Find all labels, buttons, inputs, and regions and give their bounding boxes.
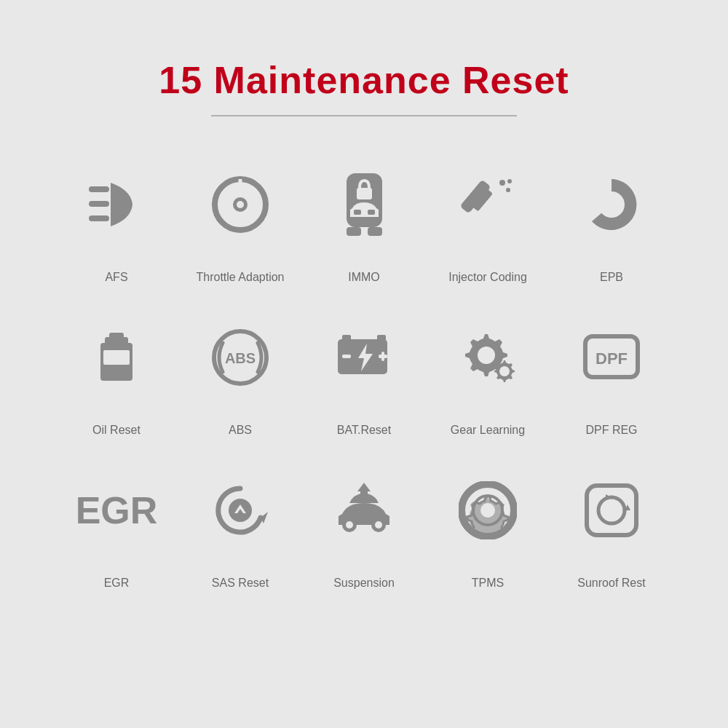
svg-rect-1 bbox=[89, 201, 109, 207]
tpms-icon bbox=[459, 451, 517, 569]
svg-point-38 bbox=[346, 521, 353, 529]
svg-rect-10 bbox=[347, 227, 361, 236]
svg-rect-20 bbox=[109, 333, 124, 339]
bat-label: BAT.Reset bbox=[337, 424, 391, 437]
list-item: SAS Reset bbox=[182, 451, 298, 597]
sunroof-icon bbox=[582, 451, 641, 569]
injector-label: Injector Coding bbox=[448, 271, 527, 284]
list-item: EPB bbox=[553, 146, 670, 291]
svg-rect-9 bbox=[368, 210, 375, 215]
svg-point-15 bbox=[506, 188, 510, 192]
abs-label: ABS bbox=[229, 424, 252, 437]
svg-rect-30 bbox=[381, 352, 384, 361]
immo-label: IMMO bbox=[348, 271, 380, 284]
svg-point-44 bbox=[480, 503, 495, 518]
list-item: Sunroof Rest bbox=[553, 451, 670, 597]
throttle-label: Throttle Adaption bbox=[197, 271, 285, 284]
svg-point-14 bbox=[499, 180, 505, 186]
list-item: AFS bbox=[58, 146, 175, 291]
list-item: BAT.Reset bbox=[306, 298, 422, 444]
dpf-label: DPF REG bbox=[585, 424, 637, 437]
list-item: DPF DPF REG bbox=[553, 298, 670, 444]
afs-icon bbox=[87, 146, 146, 264]
list-item: Oil Reset bbox=[58, 298, 175, 444]
svg-point-32 bbox=[499, 366, 510, 376]
sas-label: SAS Reset bbox=[212, 577, 269, 590]
list-item: Throttle Adaption bbox=[182, 146, 298, 291]
egr-label: EGR bbox=[104, 577, 130, 590]
svg-point-31 bbox=[478, 347, 495, 364]
divider bbox=[211, 115, 517, 116]
immo-icon bbox=[341, 146, 388, 264]
list-item: TPMS bbox=[430, 451, 546, 597]
throttle-icon bbox=[211, 146, 269, 264]
svg-point-40 bbox=[375, 521, 382, 529]
gear-learning-icon bbox=[457, 298, 519, 416]
oil-icon bbox=[95, 298, 138, 416]
egr-icon: EGR bbox=[76, 451, 158, 569]
svg-rect-26 bbox=[342, 335, 351, 341]
list-item: Injector Coding bbox=[430, 146, 546, 291]
svg-rect-2 bbox=[89, 215, 109, 221]
epb-icon bbox=[582, 146, 641, 264]
list-item: ABS ABS bbox=[182, 298, 298, 444]
svg-rect-21 bbox=[103, 350, 130, 365]
list-item: Gear Learning bbox=[430, 298, 546, 444]
features-grid: AFS Throttle Adaption bbox=[58, 146, 670, 597]
tpms-label: TPMS bbox=[472, 577, 504, 590]
suspension-label: Suspension bbox=[333, 577, 395, 590]
epb-label: EPB bbox=[600, 271, 623, 284]
sunroof-label: Sunroof Rest bbox=[577, 577, 645, 590]
svg-point-17 bbox=[598, 191, 625, 218]
svg-text:ABS: ABS bbox=[225, 350, 256, 366]
list-item: EGR EGR bbox=[58, 451, 175, 597]
svg-point-36 bbox=[229, 499, 252, 522]
sas-icon bbox=[211, 451, 269, 569]
list-item: IMMO bbox=[306, 146, 422, 291]
suspension-icon bbox=[331, 451, 397, 569]
svg-rect-8 bbox=[354, 210, 361, 215]
svg-point-4 bbox=[237, 201, 244, 208]
svg-rect-28 bbox=[342, 355, 351, 358]
bat-icon bbox=[335, 298, 393, 416]
page-title: 15 Maintenance Reset bbox=[159, 58, 569, 102]
svg-text:DPF: DPF bbox=[596, 349, 628, 368]
gear-learning-label: Gear Learning bbox=[451, 424, 525, 437]
svg-rect-7 bbox=[357, 188, 372, 199]
injector-icon bbox=[459, 146, 517, 264]
svg-rect-11 bbox=[368, 227, 382, 236]
list-item: Suspension bbox=[306, 451, 422, 597]
abs-icon: ABS bbox=[211, 298, 269, 416]
dpf-icon: DPF bbox=[582, 298, 641, 416]
svg-marker-35 bbox=[261, 512, 268, 523]
egr-text: EGR bbox=[76, 491, 158, 529]
svg-rect-0 bbox=[89, 186, 109, 192]
afs-label: AFS bbox=[105, 271, 127, 284]
svg-rect-25 bbox=[377, 335, 386, 341]
oil-label: Oil Reset bbox=[92, 424, 141, 437]
svg-point-16 bbox=[507, 179, 512, 183]
